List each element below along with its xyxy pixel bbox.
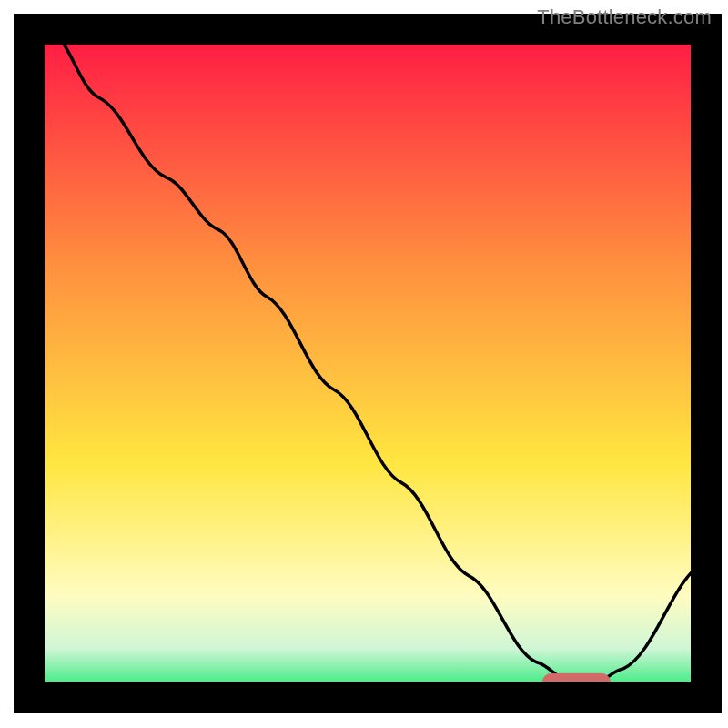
bottleneck-chart <box>0 0 728 728</box>
watermark-text: TheBottleneck.com <box>537 5 712 29</box>
chart-container: TheBottleneck.com <box>0 0 728 728</box>
plot-background <box>31 31 704 695</box>
